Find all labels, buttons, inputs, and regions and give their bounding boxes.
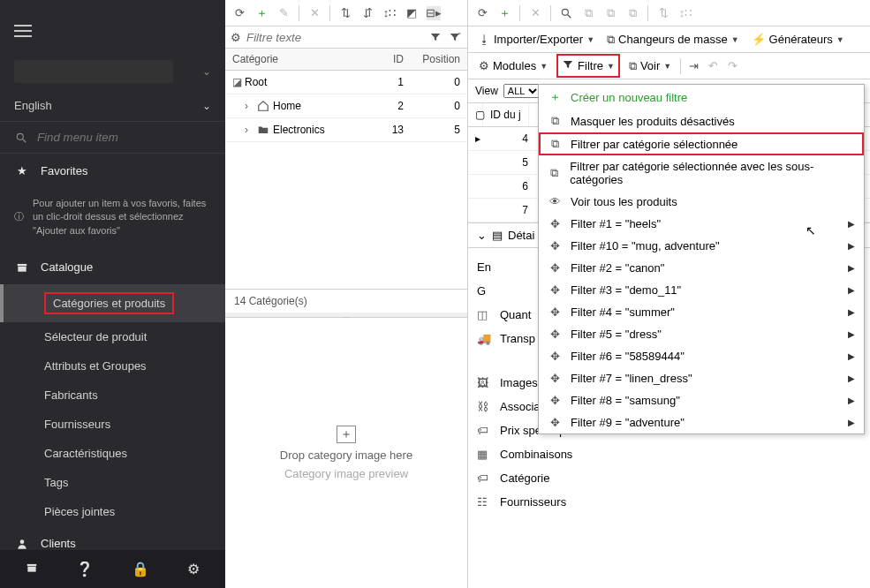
filter-icon[interactable]: [428, 30, 443, 44]
categories-filter-row: ⚙: [225, 26, 467, 49]
sidebar-sub-features[interactable]: Caractéristiques: [0, 439, 225, 468]
menu-filter-9[interactable]: ✥Filter #9 = "adventure"▶: [539, 411, 864, 433]
menu-filter-5[interactable]: ✥Filter #5 = "dress"▶: [539, 323, 864, 345]
puzzle-icon: ✥: [548, 283, 562, 297]
menu-filter-3[interactable]: ✥Filter #3 = "demo_11"▶: [539, 279, 864, 301]
chevron-right-icon: ▶: [848, 396, 855, 405]
categories-toolbar: ⟳ ＋ ✎ ✕ ⇅ ⇵ ↕∷ ◩ ⊟▸: [225, 0, 467, 26]
refresh-icon[interactable]: ⟳: [232, 6, 246, 20]
help-icon[interactable]: ❔: [76, 561, 94, 577]
grid-select-header[interactable]: ▢: [468, 103, 483, 126]
language-dropdown[interactable]: English ⌄: [0, 90, 225, 121]
catalogue-label: Catalogue: [41, 260, 93, 274]
view-dropdown[interactable]: ⧉Voir▼: [625, 57, 675, 76]
plus-icon: ＋: [337, 426, 356, 443]
copy2-icon: ⧉: [603, 6, 617, 20]
menu-filter-6[interactable]: ✥Filter #6 = "58589444"▶: [539, 345, 864, 367]
sidebar-bottom-bar: ❔ 🔒 ⚙: [0, 550, 225, 588]
menu-filter-2[interactable]: ✥Filter #2 = "canon"▶: [539, 257, 864, 279]
tree-row-home[interactable]: › Home 2 0: [225, 94, 467, 118]
modules-dropdown[interactable]: ⚙Modules▼: [475, 57, 551, 75]
favorites-label: Favorites: [41, 164, 87, 177]
sort-icon[interactable]: ↕∷: [382, 6, 397, 20]
menu-filter-10[interactable]: ✥Filter #10 = "mug, adventure"▶: [539, 235, 864, 257]
svg-point-9: [562, 9, 568, 15]
tree-header: Catégorie ID Position: [225, 49, 467, 71]
menu-filter-8[interactable]: ✥Filter #8 = "samsung"▶: [539, 389, 864, 411]
svg-line-1: [23, 139, 26, 142]
grid-icon: ▦: [477, 448, 493, 461]
eye-icon: 👁: [548, 195, 562, 208]
indent-icon[interactable]: ⇥: [686, 59, 700, 73]
categories-filter-input[interactable]: [246, 31, 423, 44]
menu-filter-7[interactable]: ✥Filter #7 = "linen_dress"▶: [539, 367, 864, 389]
drop-subtitle: Category image preview: [284, 467, 408, 480]
box-icon: ☷: [477, 495, 493, 509]
delete-icon: ✕: [307, 6, 322, 20]
lock-icon[interactable]: 🔒: [132, 561, 149, 577]
svg-point-0: [17, 133, 23, 139]
chevron-down-icon: ⌄: [202, 100, 211, 112]
puzzle-icon: ✥: [548, 328, 562, 341]
filter-icon: [562, 58, 574, 73]
sidebar-account-dropdown[interactable]: ⌄: [0, 46, 225, 90]
expand-icon[interactable]: ›: [245, 100, 257, 112]
expand-icon[interactable]: ⇅: [338, 6, 352, 20]
sidebar-sub-attachments[interactable]: Pièces jointes: [0, 497, 225, 526]
expand-icon[interactable]: ›: [245, 124, 257, 136]
hamburger-menu-icon[interactable]: [14, 25, 32, 37]
main-area: ⟳ ＋ ✎ ✕ ⇅ ⇵ ↕∷ ◩ ⊟▸ ⚙ Catégorie ID Posit…: [225, 0, 870, 588]
tree-row-electronics[interactable]: › Electronics 13 5: [225, 118, 467, 142]
menu-hide-disabled[interactable]: ⧉Masquer les produits désactivés: [539, 109, 864, 132]
redo-icon: ↷: [725, 59, 739, 73]
generators-dropdown[interactable]: ⚡Générateurs▼: [748, 30, 848, 49]
sidebar-sub-attributes[interactable]: Attributs et Groupes: [0, 351, 225, 381]
filter-dropdown[interactable]: Filtre▼: [556, 54, 620, 78]
import-export-dropdown[interactable]: ⭳Importer/Exporter▼: [475, 30, 598, 49]
chevron-down-icon: ⌄: [477, 229, 487, 242]
menu-filter-by-category[interactable]: ⧉Filtrer par catégorie sélectionnée↖: [539, 132, 864, 155]
svg-line-10: [568, 14, 571, 18]
archive-icon[interactable]: [26, 562, 38, 577]
sidebar-catalogue[interactable]: Catalogue: [0, 250, 225, 284]
sidebar-clients[interactable]: Clients: [0, 526, 225, 550]
menu-view-all[interactable]: 👁Voir tous les produits: [539, 191, 864, 213]
refresh-icon[interactable]: ⟳: [475, 6, 489, 20]
image-drop-zone[interactable]: ＋ Drop category image here Category imag…: [225, 318, 467, 589]
gear-icon[interactable]: ⚙: [187, 561, 200, 577]
add-icon[interactable]: ＋: [254, 6, 269, 20]
sidebar-sub-categories[interactable]: Catégories et produits: [0, 284, 225, 322]
chevron-right-icon: ▶: [848, 263, 855, 273]
sidebar-sub-manufacturers[interactable]: Fabricants: [0, 381, 225, 410]
chevron-down-icon: ⌄: [202, 65, 211, 78]
menu-new-filter[interactable]: ＋Créer un nouveau filtre: [539, 85, 864, 109]
svg-rect-6: [28, 566, 36, 571]
svg-rect-5: [27, 563, 37, 565]
home-icon: [257, 100, 273, 112]
toggle-icon[interactable]: ◩: [405, 6, 419, 20]
mass-change-dropdown[interactable]: ⧉Changeurs de masse▼: [603, 30, 743, 49]
add-icon[interactable]: ＋: [497, 6, 511, 20]
chevron-right-icon: ▶: [848, 351, 855, 361]
search-icon[interactable]: [559, 6, 573, 20]
link-icon: ⛓: [477, 400, 493, 413]
search-input[interactable]: [37, 131, 211, 144]
menu-filter-1[interactable]: ✥Filter #1 = "heels"▶: [539, 213, 864, 235]
sidebar-sub-suppliers[interactable]: Fournisseurs: [0, 410, 225, 439]
copy-icon: ⧉: [581, 6, 595, 20]
sidebar-sub-tags[interactable]: Tags: [0, 468, 225, 497]
menu-filter-4[interactable]: ✥Filter #4 = "summer"▶: [539, 301, 864, 323]
view-select[interactable]: ALL: [503, 84, 541, 98]
collapse-icon[interactable]: ⇵: [360, 6, 374, 20]
sidebar-sub-selector[interactable]: Sélecteur de produit: [0, 322, 225, 351]
tree-row-root[interactable]: ◪ Root 1 0: [225, 71, 467, 94]
menu-filter-by-category-sub[interactable]: ⧉Filtrer par catégorie sélectionnée avec…: [539, 155, 864, 191]
settings-icon[interactable]: ⊟▸: [427, 6, 441, 20]
filter-clear-icon[interactable]: [448, 30, 462, 44]
info-icon: ⓘ: [14, 197, 24, 237]
gear-icon[interactable]: ⚙: [231, 31, 241, 44]
grid-id-header[interactable]: ID du j: [483, 103, 529, 126]
sidebar-favorites[interactable]: ★ Favorites: [0, 154, 225, 188]
archive-icon: [14, 261, 30, 274]
edit-icon: ✎: [276, 6, 291, 20]
